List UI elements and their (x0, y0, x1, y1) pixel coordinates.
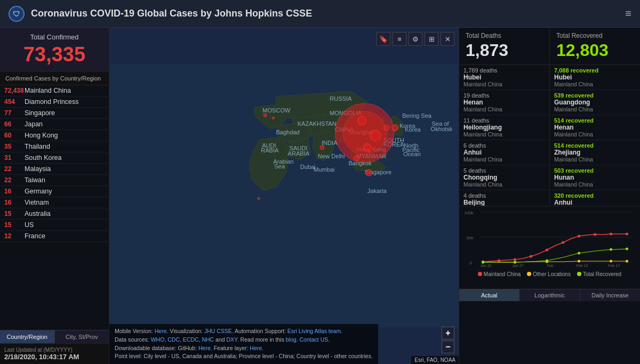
world-map: RUSSIA KAZAKHSTAN CHINA INDIA MONGOLIA M… (109, 28, 459, 364)
stats-lists: 1,789 deathsHubeiMainland China19 deaths… (459, 65, 640, 206)
korea-bubble (384, 125, 389, 130)
beijing-bubble (358, 116, 366, 125)
svg-point-63 (578, 252, 580, 255)
svg-text:0: 0 (470, 261, 473, 265)
death-entry: 11 deathsHeilongjiangMainland China (459, 115, 549, 140)
svg-point-59 (626, 260, 628, 263)
svg-point-46 (514, 258, 516, 261)
map-share-btn[interactable]: ⚙ (409, 32, 422, 46)
svg-point-51 (594, 233, 596, 236)
legend-dot (577, 272, 581, 276)
deaths-list: 1,789 deathsHubeiMainland China19 deaths… (459, 65, 550, 206)
legend-item: Total Recovered (577, 271, 621, 277)
svg-point-45 (498, 260, 500, 262)
svg-point-58 (610, 260, 612, 263)
singapore-bubble (366, 169, 372, 176)
time-chart: 100k 50k 0 Jan 20 Jan 27 Feb Feb 10 Feb … (463, 209, 636, 268)
country-list-header: Confirmed Cases by Country/Region (0, 72, 109, 85)
sidebar: Total Confirmed 73,335 Confirmed Cases b… (0, 28, 109, 364)
recovered-list: 7,088 recoveredHubeiMainland China539 re… (550, 65, 640, 206)
total-confirmed-number: 73,335 (6, 43, 102, 66)
stats-top: Total Deaths 1,873 Total Recovered 12,80… (459, 28, 640, 65)
death-entry: 6 deathsAnhuiMainland China (459, 140, 549, 165)
deaths-box: Total Deaths 1,873 (459, 28, 550, 64)
country-item[interactable]: 454Diamond Princess (0, 96, 109, 108)
thailand-bubble (354, 156, 359, 161)
map-bookmark-btn[interactable]: 🔖 (377, 32, 390, 46)
svg-point-49 (562, 241, 564, 244)
map-close-btn[interactable]: ✕ (441, 32, 454, 46)
europe-bubble2 (272, 117, 274, 119)
view-tabs: Country/RegionCity, St/Prov (0, 330, 109, 343)
last-updated-value: 2/18/2020, 10:43:17 AM (4, 353, 105, 361)
svg-text:100k: 100k (465, 211, 474, 215)
zoom-in-btn[interactable]: + (442, 327, 454, 339)
recovery-entry: 503 recoveredHunanMainland China (550, 165, 640, 190)
app-title: Coronavirus COVID-19 Global Cases by Joh… (31, 8, 625, 19)
last-updated-label: Last Updated at (M/D/YYYY) (4, 347, 105, 353)
recovery-entry: 7,088 recoveredHubeiMainland China (550, 65, 640, 90)
country-item[interactable]: 16Vietnam (0, 197, 109, 208)
japan-bubble (392, 124, 398, 131)
svg-text:50k: 50k (467, 236, 474, 240)
total-confirmed-label: Total Confirmed (6, 33, 102, 41)
deaths-number: 1,873 (466, 41, 543, 60)
country-item[interactable]: 77Singapore (0, 108, 109, 119)
svg-text:RUSSIA: RUSSIA (330, 95, 352, 102)
svg-text:Feb: Feb (547, 264, 554, 268)
chart-tab[interactable]: Actual (459, 289, 519, 301)
europe-bubble (263, 114, 267, 117)
india-bubble (320, 145, 324, 150)
recovery-entry: 320 recoveredAnhuiMainland China (550, 190, 640, 206)
country-item[interactable]: 22Taiwan (0, 175, 109, 186)
country-item[interactable]: 16Germany (0, 186, 109, 197)
chart-tab[interactable]: Daily Increase (580, 289, 640, 301)
country-list: 72,438Mainland China454Diamond Princess7… (0, 85, 109, 330)
svg-text:New Delhi: New Delhi (318, 153, 345, 159)
map-grid-btn[interactable]: ⊞ (425, 32, 438, 46)
attribution-text: Esri, FAO, NOAA (414, 357, 455, 363)
logo-icon: 🛡 (9, 6, 25, 22)
svg-point-57 (578, 260, 580, 263)
legend-dot (478, 272, 482, 276)
map-controls: 🔖 ≡ ⚙ ⊞ ✕ (377, 32, 454, 46)
last-updated: Last Updated at (M/D/YYYY) 2/18/2020, 10… (0, 343, 109, 364)
svg-point-53 (626, 233, 628, 236)
death-entry: 5 deathsChongqingMainland China (459, 165, 549, 190)
map-zoom-controls: + − (442, 327, 454, 353)
svg-text:ARABIA: ARABIA (288, 150, 310, 157)
svg-text:Jakarta: Jakarta (367, 188, 387, 194)
svg-point-50 (578, 235, 580, 238)
svg-point-60 (482, 261, 484, 264)
svg-point-61 (514, 261, 516, 264)
map-container[interactable]: RUSSIA KAZAKHSTAN CHINA INDIA MONGOLIA M… (109, 28, 459, 364)
sidebar-tab[interactable]: Country/Region (0, 330, 55, 343)
svg-point-52 (610, 233, 612, 236)
sidebar-tab[interactable]: City, St/Prov (55, 330, 109, 343)
menu-icon[interactable]: ≡ (625, 7, 631, 20)
svg-point-62 (546, 260, 548, 262)
chart-tab[interactable]: Logarithmic (519, 289, 580, 301)
svg-text:Feb 10: Feb 10 (577, 264, 588, 268)
map-list-btn[interactable]: ≡ (393, 32, 406, 46)
svg-point-64 (610, 248, 612, 251)
zoom-out-btn[interactable]: − (442, 341, 454, 353)
country-item[interactable]: 15Australia (0, 208, 109, 220)
main-layout: Total Confirmed 73,335 Confirmed Cases b… (0, 28, 640, 364)
total-confirmed-panel: Total Confirmed 73,335 (0, 28, 109, 72)
country-item[interactable]: 31South Korea (0, 152, 109, 164)
deaths-label: Total Deaths (466, 32, 543, 39)
country-item[interactable]: 15US (0, 220, 109, 231)
country-item[interactable]: 72,438Mainland China (0, 85, 109, 96)
hk-bubble (364, 144, 371, 151)
legend-item: Mainland China (478, 271, 521, 277)
country-item[interactable]: 60Hong Kong (0, 130, 109, 141)
svg-text:Jan 27: Jan 27 (513, 264, 524, 268)
country-item[interactable]: 12France (0, 231, 109, 242)
svg-text:KAZAKHSTAN: KAZAKHSTAN (298, 121, 337, 127)
country-item[interactable]: 35Thailand (0, 141, 109, 152)
country-item[interactable]: 66Japan (0, 119, 109, 130)
svg-text:Baghdad: Baghdad (276, 129, 299, 135)
country-item[interactable]: 22Malaysia (0, 164, 109, 175)
legend-dot (527, 272, 531, 276)
